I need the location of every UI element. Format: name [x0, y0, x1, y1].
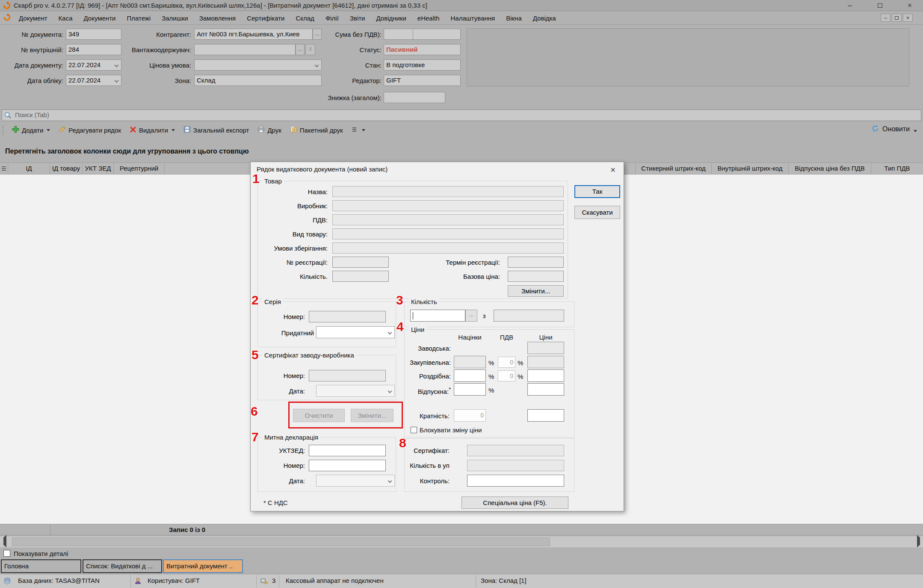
- menu-warehouse[interactable]: Склад: [290, 15, 320, 22]
- storage-field[interactable]: [332, 242, 564, 254]
- delete-button[interactable]: Видалити: [125, 124, 179, 136]
- export-button[interactable]: Загальний експорт: [179, 124, 254, 136]
- menu-directories[interactable]: Довідники: [371, 15, 412, 22]
- control-field[interactable]: [467, 475, 564, 487]
- scrollbar-thumb[interactable]: [12, 538, 550, 546]
- series-valid-dropdown[interactable]: [316, 326, 395, 338]
- dropdown-arrow-icon: [914, 130, 917, 132]
- vat-field[interactable]: [332, 214, 564, 225]
- sum-no-vat-field-2[interactable]: [413, 29, 461, 40]
- horizontal-scrollbar[interactable]: [0, 536, 923, 547]
- ok-button[interactable]: Так: [574, 185, 620, 198]
- special-price-button[interactable]: Спеціальна ціна (F5).: [462, 496, 568, 509]
- certificate-label: Сертифікат:: [401, 445, 450, 456]
- column-header-id[interactable]: ІД: [8, 163, 50, 174]
- reg-number-label: № реєстрації:: [254, 257, 328, 268]
- menu-branches[interactable]: Філії: [320, 15, 344, 22]
- consignee-field[interactable]: [194, 44, 296, 55]
- menu-reports[interactable]: Звіти: [344, 15, 371, 22]
- zone-label: Зона:: [107, 75, 191, 87]
- sum-no-vat-field-1[interactable]: [384, 29, 413, 40]
- search-placeholder: Поиск (Tab): [15, 111, 49, 118]
- extra-price-field[interactable]: [527, 409, 564, 422]
- plus-icon: [12, 126, 19, 134]
- quantity-browse-button[interactable]: ...: [465, 310, 477, 322]
- uktzed-field[interactable]: [309, 445, 386, 456]
- customs-number-field[interactable]: [309, 460, 386, 471]
- menu-orders[interactable]: Замовлення: [194, 15, 241, 22]
- toolbar-grip[interactable]: [3, 125, 3, 135]
- product-kind-field[interactable]: [332, 228, 564, 239]
- comment-panel[interactable]: [467, 28, 909, 86]
- reg-term-field[interactable]: [508, 257, 564, 268]
- product-qty-field[interactable]: [332, 271, 389, 282]
- reg-number-field[interactable]: [332, 257, 389, 268]
- tab-expense-list[interactable]: Список: Видаткові д ...: [83, 559, 162, 573]
- edit-row-button[interactable]: Редагувати рядок: [54, 124, 125, 136]
- menu-document[interactable]: Документ: [13, 15, 53, 22]
- menu-documents[interactable]: Документи: [78, 15, 121, 22]
- batch-print-button[interactable]: Пакетний друк: [286, 124, 347, 136]
- title-bar: Скарб pro v. 4.0.2.77 [ІД: 969] - [Апт №…: [0, 0, 923, 11]
- customs-date-dropdown[interactable]: [316, 475, 395, 487]
- menu-help[interactable]: Довідка: [527, 15, 562, 22]
- discount-field[interactable]: [384, 92, 445, 103]
- tab-main[interactable]: Головна: [1, 559, 81, 573]
- menu-certificates[interactable]: Сертифікати: [241, 15, 290, 22]
- change-product-button[interactable]: Змінити...: [508, 285, 564, 297]
- mdi-restore-button[interactable]: [892, 14, 902, 22]
- tab-expense-document[interactable]: Витратний документ ..: [163, 559, 243, 573]
- add-button[interactable]: Додати: [8, 124, 54, 136]
- minimize-button[interactable]: –: [841, 1, 859, 10]
- cancel-button[interactable]: Скасувати: [574, 206, 620, 219]
- search-input[interactable]: Поиск (Tab): [2, 109, 921, 121]
- quantity-input[interactable]: [410, 310, 465, 322]
- mdi-minimize-button[interactable]: –: [881, 14, 890, 22]
- document-header-form: № документа: 349 № внутрішній: 284 Дата …: [0, 25, 923, 109]
- column-header-ukt-zed[interactable]: УКТ ЗЕД: [83, 163, 114, 174]
- menu-windows[interactable]: Вікна: [500, 15, 527, 22]
- row-grip-icon: [0, 163, 8, 174]
- dropdown-arrow-icon: [172, 129, 175, 131]
- retail-price-field[interactable]: [527, 369, 564, 382]
- menu-stock[interactable]: Залишки: [156, 15, 194, 22]
- column-header-product-id[interactable]: ІД товару: [50, 163, 83, 174]
- column-header-prescription[interactable]: Рецептурний: [114, 163, 165, 174]
- scroll-right-button[interactable]: [914, 538, 923, 546]
- view-options-button[interactable]: [347, 124, 370, 136]
- dialog-title: Рядок видаткового документа (новий запис…: [257, 165, 388, 173]
- scroll-left-button[interactable]: [0, 538, 9, 546]
- lock-price-checkbox[interactable]: [411, 427, 417, 433]
- selling-price-field[interactable]: [527, 383, 564, 396]
- menu-kasa[interactable]: Каса: [53, 15, 78, 22]
- purchase-price-field: [527, 356, 564, 368]
- selling-markup-field[interactable]: [454, 383, 486, 396]
- show-details-checkbox[interactable]: [3, 550, 10, 557]
- column-header-sticker-barcode[interactable]: Стикерний штрих-код: [636, 163, 712, 174]
- name-field[interactable]: [332, 186, 564, 197]
- dialog-close-icon[interactable]: ×: [607, 165, 618, 176]
- refresh-button[interactable]: Оновити: [871, 124, 917, 134]
- group-by-bar[interactable]: Перетягніть заголовок колонки сюди для у…: [0, 145, 923, 159]
- maximize-button[interactable]: [871, 1, 889, 10]
- producer-field[interactable]: [332, 200, 564, 211]
- menu-payments[interactable]: Платежі: [121, 15, 156, 22]
- customs-number-label: Номер:: [254, 460, 305, 471]
- certificate-field: [467, 445, 564, 456]
- database-icon: [3, 577, 11, 586]
- column-header-vat-type[interactable]: Тип ПДВ: [871, 163, 923, 174]
- menu-ehealth[interactable]: eHealth: [412, 15, 445, 22]
- annotation-3: 3: [396, 293, 403, 307]
- column-header-internal-barcode[interactable]: Внутрішній штрих-код: [712, 163, 789, 174]
- menu-settings[interactable]: Налаштування: [445, 15, 501, 22]
- print-button[interactable]: Друк: [253, 124, 285, 136]
- account-date-label: Дата обліку:: [0, 75, 63, 87]
- app-window: { "titlebar": { "title": "Скарб pro v. 4…: [0, 0, 923, 588]
- base-price-field[interactable]: [508, 271, 564, 282]
- product-qty-label: Кількість.: [254, 271, 328, 282]
- mdi-close-button[interactable]: ×: [903, 14, 913, 22]
- app-logo-icon: [3, 2, 11, 11]
- close-button[interactable]: ×: [901, 1, 919, 10]
- column-header-price-no-vat[interactable]: Відпускна ціна без ПДВ: [789, 163, 871, 174]
- retail-markup-field[interactable]: [454, 369, 486, 382]
